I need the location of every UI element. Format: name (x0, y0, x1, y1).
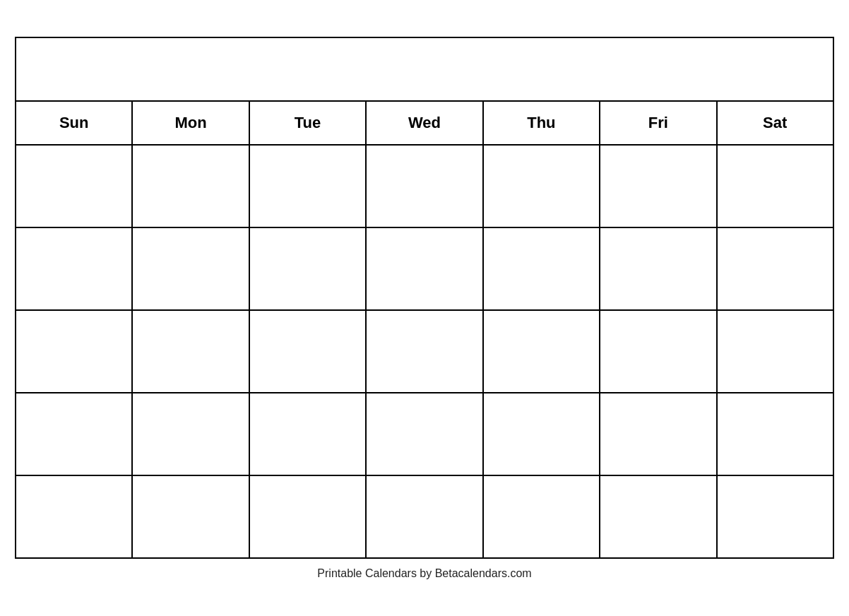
day-cell (16, 476, 133, 557)
day-cell (718, 393, 833, 475)
day-cell (484, 476, 600, 557)
header-tue: Tue (250, 102, 367, 144)
day-cell (367, 476, 483, 557)
day-cell (484, 393, 600, 475)
calendar-week-row-4 (16, 393, 833, 476)
day-cell (250, 393, 367, 475)
header-sun: Sun (16, 102, 133, 144)
day-cell (133, 393, 249, 475)
day-cell (718, 311, 833, 392)
day-cell (250, 476, 367, 557)
day-cell (600, 476, 717, 557)
day-cell (250, 228, 367, 309)
calendar-title-row (16, 38, 833, 102)
day-cell (16, 393, 133, 475)
header-fri: Fri (600, 102, 717, 144)
day-cell (16, 146, 133, 227)
day-cell (367, 393, 483, 475)
day-cell (600, 228, 717, 309)
day-cell (133, 228, 249, 309)
calendar-week-row-2 (16, 228, 833, 311)
calendar-container: Sun Mon Tue Wed Thu Fri Sat (15, 37, 834, 559)
day-cell (250, 146, 367, 227)
day-cell (367, 146, 483, 227)
header-sat: Sat (718, 102, 833, 144)
day-cell (133, 476, 249, 557)
day-cell (484, 228, 600, 309)
calendar-week-row-3 (16, 311, 833, 393)
day-cell (367, 228, 483, 309)
calendar-body (16, 146, 833, 557)
day-cell (16, 311, 133, 392)
day-cell (718, 146, 833, 227)
footer-text: Printable Calendars by Betacalendars.com (317, 567, 531, 580)
day-cell (133, 146, 249, 227)
calendar-header-row: Sun Mon Tue Wed Thu Fri Sat (16, 102, 833, 146)
header-mon: Mon (133, 102, 249, 144)
day-cell (367, 311, 483, 392)
day-cell (133, 311, 249, 392)
day-cell (600, 311, 717, 392)
header-thu: Thu (484, 102, 600, 144)
day-cell (250, 311, 367, 392)
day-cell (718, 476, 833, 557)
day-cell (484, 311, 600, 392)
day-cell (484, 146, 600, 227)
day-cell (718, 228, 833, 309)
day-cell (600, 146, 717, 227)
calendar-wrapper: Sun Mon Tue Wed Thu Fri Sat (15, 37, 834, 580)
calendar-week-row-5 (16, 476, 833, 557)
calendar-week-row-1 (16, 146, 833, 228)
day-cell (600, 393, 717, 475)
day-cell (16, 228, 133, 309)
header-wed: Wed (367, 102, 483, 144)
